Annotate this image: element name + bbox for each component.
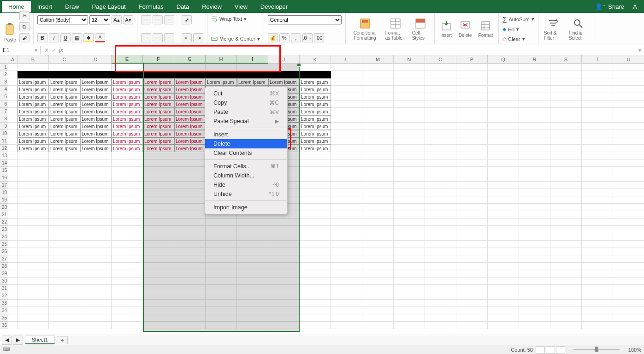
cell-D3[interactable]: Lorem Ipsum: [80, 78, 112, 86]
cell-U6[interactable]: [613, 100, 644, 108]
cell-C28[interactable]: [49, 263, 80, 270]
cell-Q6[interactable]: [488, 100, 519, 108]
cell-H26[interactable]: [206, 248, 237, 255]
cell-C36[interactable]: [49, 322, 80, 329]
cell-G22[interactable]: [174, 218, 206, 226]
cell-T18[interactable]: [582, 189, 613, 196]
cell-F19[interactable]: [143, 196, 174, 204]
cell-D5[interactable]: Lorem Ipsum: [80, 93, 112, 100]
cell-N34[interactable]: [394, 307, 425, 314]
row-header-20[interactable]: 20: [0, 204, 8, 211]
clear-button[interactable]: ◇ Clear ▾: [502, 35, 534, 42]
cell-T15[interactable]: [582, 167, 613, 174]
tab-insert[interactable]: Insert: [31, 1, 59, 12]
cell-R30[interactable]: [519, 277, 550, 285]
cell-P33[interactable]: [456, 300, 488, 307]
cell-A24[interactable]: [8, 233, 18, 241]
cell-D22[interactable]: [80, 218, 112, 226]
cell-N3[interactable]: [394, 78, 425, 86]
cell-T36[interactable]: [582, 322, 613, 329]
cell-M35[interactable]: [362, 314, 394, 322]
cell-A33[interactable]: [8, 300, 18, 307]
cell-T29[interactable]: [582, 270, 613, 277]
cell-U36[interactable]: [613, 322, 644, 329]
cell-U22[interactable]: [613, 218, 644, 226]
cell-F10[interactable]: Lorem Ipsum: [143, 130, 174, 137]
cell-O3[interactable]: [425, 78, 456, 86]
cell-O30[interactable]: [425, 277, 456, 285]
cell-U27[interactable]: [613, 255, 644, 263]
fill-button[interactable]: ◆ Fill ▾: [502, 26, 534, 33]
decrease-font-button[interactable]: A▾: [123, 15, 133, 24]
cell-A13[interactable]: [8, 152, 18, 159]
cell-N28[interactable]: [394, 263, 425, 270]
cell-L29[interactable]: [331, 270, 362, 277]
cell-S3[interactable]: [550, 78, 582, 86]
cell-G26[interactable]: [174, 248, 206, 255]
cell-S29[interactable]: [550, 270, 582, 277]
row-header-7[interactable]: 7: [0, 108, 8, 115]
cell-M15[interactable]: [362, 167, 394, 174]
cell-N22[interactable]: [394, 218, 425, 226]
cell-R31[interactable]: [519, 285, 550, 292]
cell-P12[interactable]: [456, 145, 488, 152]
cell-R23[interactable]: [519, 226, 550, 233]
cell-S17[interactable]: [550, 182, 582, 189]
cell-Q29[interactable]: [488, 270, 519, 277]
col-header-F[interactable]: F: [143, 55, 174, 64]
bold-button[interactable]: B: [37, 33, 47, 42]
cell-E13[interactable]: [112, 152, 143, 159]
cell-C35[interactable]: [49, 314, 80, 322]
ctx-item-unhide[interactable]: Unhide^⇧0: [205, 189, 287, 199]
cell-P21[interactable]: [456, 211, 488, 218]
format-painter-button[interactable]: 🖌: [19, 33, 30, 42]
cell-M26[interactable]: [362, 248, 394, 255]
cell-K24[interactable]: [300, 233, 331, 241]
cell-B27[interactable]: [18, 255, 49, 263]
cell-D13[interactable]: [80, 152, 112, 159]
cut-button[interactable]: ✂: [19, 11, 30, 20]
cell-I31[interactable]: [237, 285, 268, 292]
cell-R29[interactable]: [519, 270, 550, 277]
cell-O24[interactable]: [425, 233, 456, 241]
cell-S13[interactable]: [550, 152, 582, 159]
cell-J36[interactable]: [268, 322, 300, 329]
row-header-32[interactable]: 32: [0, 292, 8, 300]
cell-O32[interactable]: [425, 292, 456, 300]
cell-I23[interactable]: [237, 226, 268, 233]
cell-B26[interactable]: [18, 248, 49, 255]
cell-K6[interactable]: Lorem Ipsum: [300, 100, 331, 108]
cell-P7[interactable]: [456, 108, 488, 115]
cell-P23[interactable]: [456, 226, 488, 233]
cell-G3[interactable]: Lorem Ipsum: [174, 78, 206, 86]
cell-G30[interactable]: [174, 277, 206, 285]
cell-C14[interactable]: [49, 159, 80, 167]
cell-K10[interactable]: Lorem Ipsum: [300, 130, 331, 137]
cell-Q31[interactable]: [488, 285, 519, 292]
cell-L30[interactable]: [331, 277, 362, 285]
cell-Q16[interactable]: [488, 174, 519, 182]
cell-N17[interactable]: [394, 182, 425, 189]
row-header-33[interactable]: 33: [0, 300, 8, 307]
cell-Q4[interactable]: [488, 86, 519, 93]
zoom-in-button[interactable]: +: [622, 347, 625, 353]
cell-Q33[interactable]: [488, 300, 519, 307]
col-header-I[interactable]: I: [237, 55, 268, 64]
cell-Q17[interactable]: [488, 182, 519, 189]
cell-D7[interactable]: Lorem Ipsum: [80, 108, 112, 115]
cell-M8[interactable]: [362, 115, 394, 123]
cell-B35[interactable]: [18, 314, 49, 322]
cell-S23[interactable]: [550, 226, 582, 233]
cell-S32[interactable]: [550, 292, 582, 300]
cell-B23[interactable]: [18, 226, 49, 233]
cell-S11[interactable]: [550, 137, 582, 145]
cell-B14[interactable]: [18, 159, 49, 167]
cell-A14[interactable]: [8, 159, 18, 167]
cell-R14[interactable]: [519, 159, 550, 167]
cell-N33[interactable]: [394, 300, 425, 307]
cell-E5[interactable]: Lorem Ipsum: [112, 93, 143, 100]
cell-O26[interactable]: [425, 248, 456, 255]
cell-T26[interactable]: [582, 248, 613, 255]
cell-M20[interactable]: [362, 204, 394, 211]
cell-K17[interactable]: [300, 182, 331, 189]
